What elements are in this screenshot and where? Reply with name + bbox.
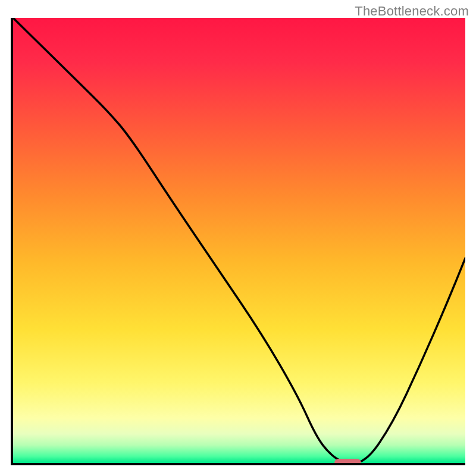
attribution-text: TheBottleneck.com — [355, 4, 469, 19]
plot-area — [11, 18, 465, 465]
optimum-marker — [334, 459, 362, 465]
chart-container: TheBottleneck.com — [0, 0, 476, 476]
bottleneck-curve — [13, 18, 465, 463]
